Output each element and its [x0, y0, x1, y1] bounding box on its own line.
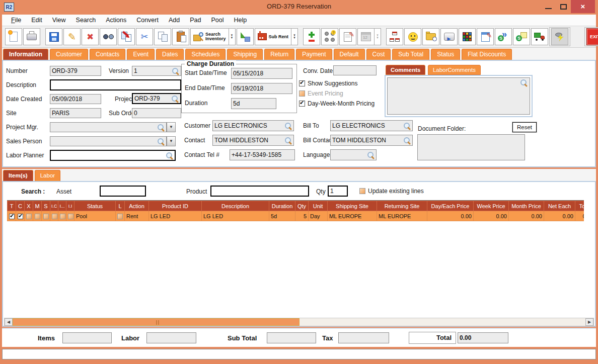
bill-to-lookup-icon[interactable] — [403, 122, 411, 130]
project-mgr-dropdown[interactable]: ▼ — [167, 122, 176, 132]
shortcut-key-button[interactable]: ▶ — [440, 28, 458, 45]
menu-item-view[interactable]: View — [47, 16, 71, 25]
cell-ii[interactable] — [66, 211, 74, 221]
cell-status[interactable]: Pool — [74, 211, 116, 221]
t-checkbox[interactable] — [9, 214, 15, 219]
project-field[interactable] — [132, 93, 181, 104]
customer-field[interactable] — [212, 120, 294, 131]
col-description[interactable]: Description — [202, 201, 269, 211]
site-field[interactable] — [50, 108, 101, 118]
description-field[interactable] — [50, 79, 181, 90]
duration-field[interactable] — [231, 98, 276, 109]
calendar-dropdown[interactable]: ▼▼ — [375, 28, 381, 45]
menu-item-convert[interactable]: Convert — [131, 16, 164, 25]
copy-button[interactable] — [154, 28, 171, 45]
cell-m[interactable] — [33, 211, 42, 221]
bill-to-field[interactable] — [330, 120, 413, 131]
i-dots-checkbox[interactable] — [60, 214, 65, 219]
menu-item-pool[interactable]: Pool — [206, 16, 229, 25]
number-field[interactable] — [50, 66, 101, 76]
x-checkbox[interactable] — [26, 214, 32, 219]
project-lookup-icon[interactable] — [171, 95, 179, 103]
sales-person-lookup-icon[interactable] — [157, 138, 165, 145]
tab-event[interactable]: Event — [127, 49, 155, 60]
col-action[interactable]: Action — [125, 201, 149, 211]
cut-button[interactable]: ✂ — [136, 28, 153, 45]
delete-button[interactable]: ✖ — [82, 28, 99, 45]
sub-rent-button[interactable]: Sub Rent — [255, 28, 292, 45]
minimize-button[interactable] — [545, 8, 552, 9]
calendar-button[interactable]: 12 — [357, 28, 375, 45]
tab-items[interactable]: Item(s) — [3, 170, 33, 181]
scroll-left-icon[interactable]: ◀ — [5, 318, 13, 326]
col-day-each-price[interactable]: Day/Each Price — [427, 201, 474, 211]
menu-item-actions[interactable]: Actions — [101, 16, 131, 25]
customer-smiley-button[interactable] — [404, 28, 421, 45]
paste-button[interactable] — [172, 28, 189, 45]
comments-lookup-icon[interactable] — [520, 79, 528, 86]
labor-planner-lookup-icon[interactable] — [166, 152, 173, 159]
status-blocks-button[interactable] — [459, 28, 476, 45]
shipping-button[interactable] — [531, 28, 548, 45]
tab-payment[interactable]: Payment — [296, 49, 332, 60]
col-month-price[interactable]: Month Price — [509, 201, 544, 211]
version-lookup-icon[interactable] — [172, 67, 179, 75]
reset-button[interactable]: Reset — [512, 122, 537, 132]
tab-return[interactable]: Return — [264, 49, 294, 60]
total-field[interactable] — [458, 332, 508, 343]
history-folder-button[interactable] — [422, 28, 439, 45]
labor-planner-field[interactable] — [50, 150, 176, 161]
cell-shipping-site[interactable]: ML EUROPE — [328, 211, 377, 221]
contact-tel-field[interactable] — [230, 149, 295, 160]
language-field[interactable] — [330, 149, 377, 160]
col-ic[interactable]: I.C — [50, 201, 58, 211]
new-document-button[interactable] — [5, 28, 22, 45]
contact-lookup-icon[interactable] — [284, 137, 292, 144]
cell-t[interactable] — [8, 211, 16, 221]
c-checkbox[interactable] — [18, 214, 23, 219]
sub-orders-field[interactable] — [132, 108, 181, 118]
cell-tot[interactable]: 0.00 — [575, 211, 584, 221]
forward-sales-button[interactable]: »S — [495, 28, 512, 45]
update-existing-lines-option[interactable]: Update existing lines — [359, 188, 424, 195]
product-input[interactable] — [210, 186, 309, 197]
maximize-button[interactable] — [560, 4, 567, 10]
scroll-right-icon[interactable]: ▶ — [585, 318, 593, 326]
col-i-dots[interactable]: I... — [58, 201, 66, 211]
qty-input[interactable] — [328, 186, 348, 197]
start-date-field[interactable] — [231, 68, 292, 79]
cell-c[interactable] — [16, 211, 25, 221]
col-m[interactable]: M — [33, 201, 42, 211]
cell-s[interactable] — [42, 211, 50, 221]
cell-duration[interactable]: 5d — [269, 211, 295, 221]
sub-orders-button[interactable] — [386, 28, 403, 45]
col-t[interactable]: T — [8, 201, 16, 211]
sub-total-field[interactable] — [267, 332, 316, 343]
comments-textarea[interactable] — [387, 77, 530, 115]
menu-item-edit[interactable]: Edit — [26, 16, 47, 25]
ic-checkbox[interactable] — [52, 214, 57, 219]
tab-sub-total[interactable]: Sub Total — [392, 49, 429, 60]
find-button[interactable] — [100, 28, 117, 45]
cell-ic[interactable] — [50, 211, 58, 221]
col-unit[interactable]: Unit — [309, 201, 328, 211]
col-x[interactable]: X — [25, 201, 33, 211]
contact-field[interactable] — [212, 135, 294, 146]
tab-schedules[interactable]: Schedules — [185, 49, 226, 60]
search-inventory-button[interactable]: SearchInventory — [190, 28, 229, 45]
bill-contact-field[interactable] — [330, 135, 413, 146]
sales-notes-button[interactable]: S — [513, 28, 530, 45]
col-week-price[interactable]: Week Price — [474, 201, 509, 211]
sub-rent-dropdown[interactable]: ▼▼ — [291, 28, 298, 45]
pool-button[interactable]: ? — [321, 28, 338, 45]
tab-contacts[interactable]: Contacts — [90, 49, 125, 60]
dwm-pricing-option[interactable]: Day-Week-Month Pricing — [299, 100, 375, 107]
cell-qty[interactable]: 5 — [295, 211, 309, 221]
convert-button[interactable] — [237, 28, 254, 45]
menu-item-add[interactable]: Add — [164, 16, 185, 25]
tab-dates[interactable]: Dates — [156, 49, 184, 60]
cell-month-price[interactable]: 0.00 — [509, 211, 544, 221]
add-line-button[interactable] — [303, 28, 320, 45]
customer-lookup-icon[interactable] — [284, 122, 292, 130]
tab-shipping[interactable]: Shipping — [227, 49, 263, 60]
